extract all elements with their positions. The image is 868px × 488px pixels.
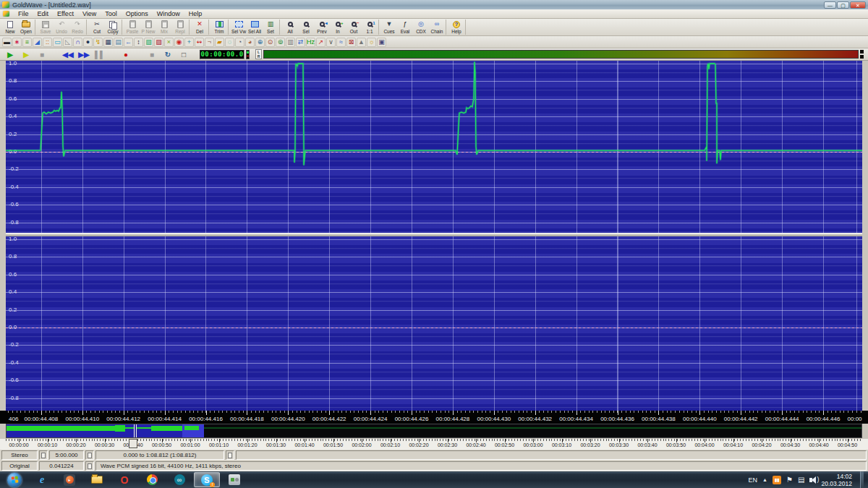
menu-edit[interactable]: Edit [33, 10, 54, 17]
volume-icon[interactable] [809, 478, 812, 482]
delete-button[interactable]: ✕Del [192, 20, 208, 35]
cdx-button[interactable]: ◎CDX [413, 20, 429, 35]
effect-icon-26[interactable]: ⊕ [255, 38, 265, 47]
effect-icon-07[interactable]: ◺ [63, 38, 72, 47]
mix-button[interactable]: Mix [156, 20, 172, 35]
effect-icon-32[interactable]: ↗ [316, 38, 326, 47]
effect-icon-16[interactable]: ▨ [154, 38, 163, 47]
copy-button[interactable]: Copy [105, 20, 121, 35]
maximize-button[interactable]: ▢ [837, 1, 849, 9]
effect-icon-37[interactable]: ☼ [367, 38, 376, 47]
loop-button[interactable]: ↻ [161, 50, 175, 59]
chain-button[interactable]: ∞Chain [429, 20, 445, 35]
zoom-in-button[interactable]: +In [330, 20, 346, 35]
effect-icon-04[interactable]: ◢ [33, 38, 42, 47]
taskbar-skype[interactable]: S! [194, 472, 220, 487]
cut-button[interactable]: ✂Cut [89, 20, 105, 35]
effect-icon-25[interactable]: ◕ [245, 38, 255, 47]
effect-icon-11[interactable]: ▦ [103, 38, 113, 47]
hidden-icons-button[interactable]: ▲ [762, 477, 767, 482]
effect-icon-23[interactable]: ◌ [225, 38, 234, 47]
taskbar-opera[interactable]: O [111, 472, 137, 487]
left-channel-view[interactable]: 1.00.80.60.40.20.0-0.2-0.4-0.6-0.8 [6, 61, 862, 233]
effect-icon-22[interactable]: ▰ [215, 38, 224, 47]
taskbar-media-player[interactable]: ▸ [56, 472, 82, 487]
zoom-1-1-button[interactable]: 11:1 [362, 20, 378, 35]
menu-view[interactable]: View [78, 10, 101, 17]
effect-icon-29[interactable]: ▥ [286, 38, 295, 47]
play-selection-button[interactable]: ▶ [19, 50, 33, 59]
set-selection-button[interactable]: ▥Set [263, 20, 278, 35]
menu-file[interactable]: File [14, 10, 33, 17]
menu-effect[interactable]: Effect [53, 10, 78, 17]
effect-icon-24[interactable]: ◔ [235, 38, 244, 47]
new-button[interactable]: New [2, 20, 18, 35]
effect-icon-27[interactable]: ⊙ [265, 38, 275, 47]
effect-icon-12[interactable]: ▤ [114, 38, 123, 47]
fast-forward-button[interactable]: ▶▶ [77, 50, 91, 59]
taskbar-explorer[interactable] [84, 472, 110, 487]
zoom-all-button[interactable]: All [282, 20, 298, 35]
effect-icon-03[interactable]: ≡ [22, 38, 32, 47]
menu-tool[interactable]: Tool [101, 10, 122, 17]
menu-help[interactable]: Help [184, 10, 207, 17]
redo-button[interactable]: ↷Redo [69, 20, 85, 35]
pause-button[interactable]: ▌▌ [93, 50, 107, 59]
effect-icon-01[interactable]: ▬ [2, 38, 12, 47]
effect-icon-36[interactable]: ▲ [357, 38, 366, 47]
effect-icon-18[interactable]: ◉ [174, 38, 184, 47]
effect-icon-31[interactable]: Hz [306, 38, 315, 47]
effect-icon-08[interactable]: ∩ [73, 38, 82, 47]
effect-icon-19[interactable]: + [184, 38, 194, 47]
taskbar-graphics-app[interactable] [221, 472, 247, 487]
language-indicator[interactable]: EN [749, 476, 758, 484]
paste-button[interactable]: Paste [124, 20, 140, 35]
open-button[interactable]: Open [18, 20, 34, 35]
stop-button[interactable]: ■ [35, 50, 49, 59]
effect-icon-06[interactable]: ▭ [53, 38, 62, 47]
undo-button[interactable]: ↶Undo [54, 20, 69, 35]
effect-icon-09[interactable]: ● [83, 38, 93, 47]
start-button[interactable] [1, 472, 27, 487]
effect-icon-33[interactable]: ∨ [326, 38, 336, 47]
stop2-button[interactable]: ■ [145, 50, 159, 59]
menu-options[interactable]: Options [122, 10, 153, 17]
playhead-handle[interactable] [129, 439, 137, 448]
replace-button[interactable]: Repl [172, 20, 188, 35]
effect-icon-35[interactable]: ⊠ [346, 38, 356, 47]
effect-icon-21[interactable]: ¬ [205, 38, 214, 47]
zoom-selection-button[interactable]: Sel [298, 20, 314, 35]
evaluate-button[interactable]: ƒEval [397, 20, 413, 35]
effect-icon-02[interactable]: ∗ [12, 38, 22, 47]
zoom-out-button[interactable]: −Out [346, 20, 362, 35]
effect-icon-28[interactable]: ⊚ [276, 38, 285, 47]
flag-icon[interactable]: ⚑ [786, 476, 793, 484]
effect-icon-17[interactable]: × [164, 38, 174, 47]
effect-icon-15[interactable]: ▧ [144, 38, 153, 47]
select-view-button[interactable]: Sel Vw [231, 20, 247, 35]
select-all-button[interactable]: Sel All [247, 20, 263, 35]
taskbar-chrome[interactable] [139, 472, 165, 487]
zoom-previous-button[interactable]: ◂Prev [314, 20, 330, 35]
effect-icon-20[interactable]: ↭ [195, 38, 204, 47]
taskbar-arduino[interactable]: ∞ [166, 472, 192, 487]
taskbar-internet-explorer[interactable]: e [29, 472, 55, 487]
menu-window[interactable]: Window [153, 10, 184, 17]
paste-new-button[interactable]: P New [140, 20, 156, 35]
effect-icon-13[interactable]: ← [124, 38, 133, 47]
effect-icon-30[interactable]: ⇄ [296, 38, 305, 47]
help-button[interactable]: ?Help [448, 20, 464, 35]
overview-bar[interactable] [0, 424, 868, 439]
effect-icon-10[interactable]: ↯ [93, 38, 103, 47]
play-button[interactable]: ▶ [3, 50, 17, 59]
overview-playhead[interactable] [134, 424, 137, 437]
rewind-button[interactable]: ◀◀ [61, 50, 75, 59]
close-button[interactable]: ✕ [850, 1, 866, 9]
time-axis[interactable]: 40600:00:44.40800:00:44.41000:00:44.4120… [0, 411, 868, 424]
effect-icon-05[interactable]: :: [43, 38, 52, 47]
download-manager-icon[interactable]: ▮▮ [773, 476, 781, 484]
monitor-button[interactable]: □ [176, 50, 191, 59]
show-desktop-button[interactable] [860, 471, 864, 488]
save-button[interactable]: Save [38, 20, 54, 35]
title-bar[interactable]: GoldWave - [Untitled2.wav] —▢✕ [0, 0, 868, 9]
